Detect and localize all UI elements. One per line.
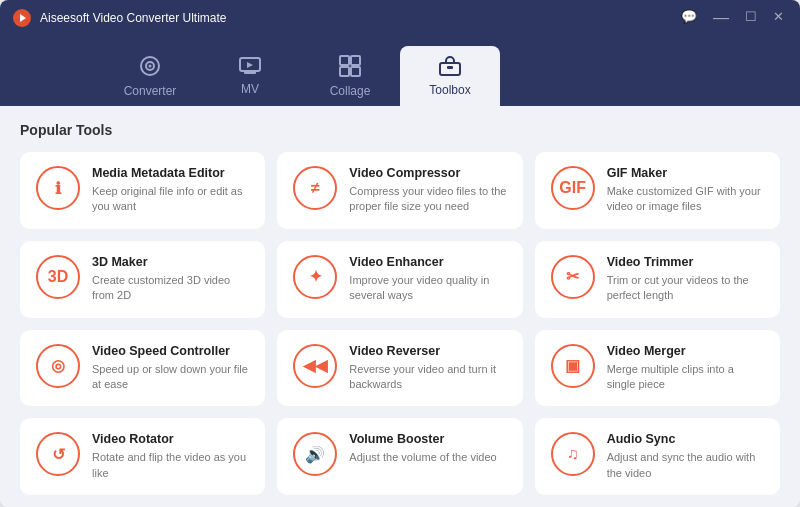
tool-desc-volume-booster: Adjust the volume of the video bbox=[349, 450, 506, 465]
tab-toolbox[interactable]: Toolbox bbox=[400, 46, 500, 106]
3d-maker-icon: 3D bbox=[36, 255, 80, 299]
tool-name-3d-maker: 3D Maker bbox=[92, 255, 249, 269]
window-controls: 💬 — ☐ ✕ bbox=[677, 9, 788, 27]
tool-card-video-reverser[interactable]: ◀◀Video ReverserReverse your video and t… bbox=[277, 330, 522, 407]
tool-name-video-merger: Video Merger bbox=[607, 344, 764, 358]
tool-desc-video-rotator: Rotate and flip the video as you like bbox=[92, 450, 249, 481]
video-enhancer-icon: ✦ bbox=[293, 255, 337, 299]
tool-name-video-trimmer: Video Trimmer bbox=[607, 255, 764, 269]
main-content: Popular Tools ℹMedia Metadata EditorKeep… bbox=[0, 106, 800, 507]
tool-info-media-metadata-editor: Media Metadata EditorKeep original file … bbox=[92, 166, 249, 215]
tab-mv[interactable]: MV bbox=[200, 46, 300, 106]
tool-desc-media-metadata-editor: Keep original file info or edit as you w… bbox=[92, 184, 249, 215]
tool-card-audio-sync[interactable]: ♫Audio SyncAdjust and sync the audio wit… bbox=[535, 418, 780, 495]
video-trimmer-icon: ✂ bbox=[551, 255, 595, 299]
toolbox-label: Toolbox bbox=[429, 83, 470, 97]
tool-desc-audio-sync: Adjust and sync the audio with the video bbox=[607, 450, 764, 481]
tool-name-gif-maker: GIF Maker bbox=[607, 166, 764, 180]
tool-desc-video-enhancer: Improve your video quality in several wa… bbox=[349, 273, 506, 304]
tool-desc-gif-maker: Make customized GIF with your video or i… bbox=[607, 184, 764, 215]
message-icon[interactable]: 💬 bbox=[677, 9, 701, 27]
svg-rect-7 bbox=[340, 56, 349, 65]
tool-info-video-compressor: Video CompressorCompress your video file… bbox=[349, 166, 506, 215]
tool-name-video-compressor: Video Compressor bbox=[349, 166, 506, 180]
tool-name-video-speed-controller: Video Speed Controller bbox=[92, 344, 249, 358]
video-compressor-icon: ≠ bbox=[293, 166, 337, 210]
minimize-button[interactable]: — bbox=[709, 9, 733, 27]
tool-desc-video-compressor: Compress your video files to the proper … bbox=[349, 184, 506, 215]
tool-card-video-speed-controller[interactable]: ◎Video Speed ControllerSpeed up or slow … bbox=[20, 330, 265, 407]
tool-desc-3d-maker: Create customized 3D video from 2D bbox=[92, 273, 249, 304]
app-title: Aiseesoft Video Converter Ultimate bbox=[40, 11, 677, 25]
audio-sync-icon: ♫ bbox=[551, 432, 595, 476]
tool-info-video-speed-controller: Video Speed ControllerSpeed up or slow d… bbox=[92, 344, 249, 393]
maximize-button[interactable]: ☐ bbox=[741, 9, 761, 27]
gif-maker-icon: GIF bbox=[551, 166, 595, 210]
tool-name-video-enhancer: Video Enhancer bbox=[349, 255, 506, 269]
tool-name-video-rotator: Video Rotator bbox=[92, 432, 249, 446]
tool-info-video-merger: Video MergerMerge multiple clips into a … bbox=[607, 344, 764, 393]
tool-info-gif-maker: GIF MakerMake customized GIF with your v… bbox=[607, 166, 764, 215]
app-window: Aiseesoft Video Converter Ultimate 💬 — ☐… bbox=[0, 0, 800, 507]
media-metadata-editor-icon: ℹ bbox=[36, 166, 80, 210]
collage-icon bbox=[339, 55, 361, 80]
svg-rect-6 bbox=[244, 71, 256, 74]
collage-label: Collage bbox=[330, 84, 371, 98]
svg-rect-10 bbox=[351, 67, 360, 76]
tab-collage[interactable]: Collage bbox=[300, 46, 400, 106]
tool-info-video-enhancer: Video EnhancerImprove your video quality… bbox=[349, 255, 506, 304]
tool-card-video-rotator[interactable]: ↺Video RotatorRotate and flip the video … bbox=[20, 418, 265, 495]
video-speed-controller-icon: ◎ bbox=[36, 344, 80, 388]
converter-label: Converter bbox=[124, 84, 177, 98]
toolbox-icon bbox=[439, 56, 461, 79]
tool-card-gif-maker[interactable]: GIFGIF MakerMake customized GIF with you… bbox=[535, 152, 780, 229]
converter-icon bbox=[139, 55, 161, 80]
tool-card-video-compressor[interactable]: ≠Video CompressorCompress your video fil… bbox=[277, 152, 522, 229]
tab-converter[interactable]: Converter bbox=[100, 46, 200, 106]
tool-info-video-trimmer: Video TrimmerTrim or cut your videos to … bbox=[607, 255, 764, 304]
tool-info-audio-sync: Audio SyncAdjust and sync the audio with… bbox=[607, 432, 764, 481]
close-button[interactable]: ✕ bbox=[769, 9, 788, 27]
svg-point-4 bbox=[149, 64, 152, 67]
video-reverser-icon: ◀◀ bbox=[293, 344, 337, 388]
tool-card-media-metadata-editor[interactable]: ℹMedia Metadata EditorKeep original file… bbox=[20, 152, 265, 229]
tool-card-video-merger[interactable]: ▣Video MergerMerge multiple clips into a… bbox=[535, 330, 780, 407]
tool-card-video-enhancer[interactable]: ✦Video EnhancerImprove your video qualit… bbox=[277, 241, 522, 318]
tool-info-video-reverser: Video ReverserReverse your video and tur… bbox=[349, 344, 506, 393]
tool-desc-video-speed-controller: Speed up or slow down your file at ease bbox=[92, 362, 249, 393]
tool-desc-video-reverser: Reverse your video and turn it backwards bbox=[349, 362, 506, 393]
mv-label: MV bbox=[241, 82, 259, 96]
tool-card-video-trimmer[interactable]: ✂Video TrimmerTrim or cut your videos to… bbox=[535, 241, 780, 318]
mv-icon bbox=[239, 57, 261, 78]
svg-rect-8 bbox=[351, 56, 360, 65]
tool-desc-video-merger: Merge multiple clips into a single piece bbox=[607, 362, 764, 393]
nav-bar: Converter MV Collage bbox=[0, 36, 800, 106]
tool-name-video-reverser: Video Reverser bbox=[349, 344, 506, 358]
tool-info-video-rotator: Video RotatorRotate and flip the video a… bbox=[92, 432, 249, 481]
tool-card-volume-booster[interactable]: 🔊Volume BoosterAdjust the volume of the … bbox=[277, 418, 522, 495]
svg-rect-9 bbox=[340, 67, 349, 76]
tool-info-3d-maker: 3D MakerCreate customized 3D video from … bbox=[92, 255, 249, 304]
video-merger-icon: ▣ bbox=[551, 344, 595, 388]
tool-name-media-metadata-editor: Media Metadata Editor bbox=[92, 166, 249, 180]
tools-grid: ℹMedia Metadata EditorKeep original file… bbox=[20, 152, 780, 495]
tool-info-volume-booster: Volume BoosterAdjust the volume of the v… bbox=[349, 432, 506, 465]
section-title: Popular Tools bbox=[20, 122, 780, 138]
tool-card-3d-maker[interactable]: 3D3D MakerCreate customized 3D video fro… bbox=[20, 241, 265, 318]
tool-desc-video-trimmer: Trim or cut your videos to the perfect l… bbox=[607, 273, 764, 304]
tool-name-volume-booster: Volume Booster bbox=[349, 432, 506, 446]
volume-booster-icon: 🔊 bbox=[293, 432, 337, 476]
svg-rect-12 bbox=[447, 66, 453, 69]
app-logo bbox=[12, 8, 32, 28]
video-rotator-icon: ↺ bbox=[36, 432, 80, 476]
titlebar: Aiseesoft Video Converter Ultimate 💬 — ☐… bbox=[0, 0, 800, 36]
tool-name-audio-sync: Audio Sync bbox=[607, 432, 764, 446]
